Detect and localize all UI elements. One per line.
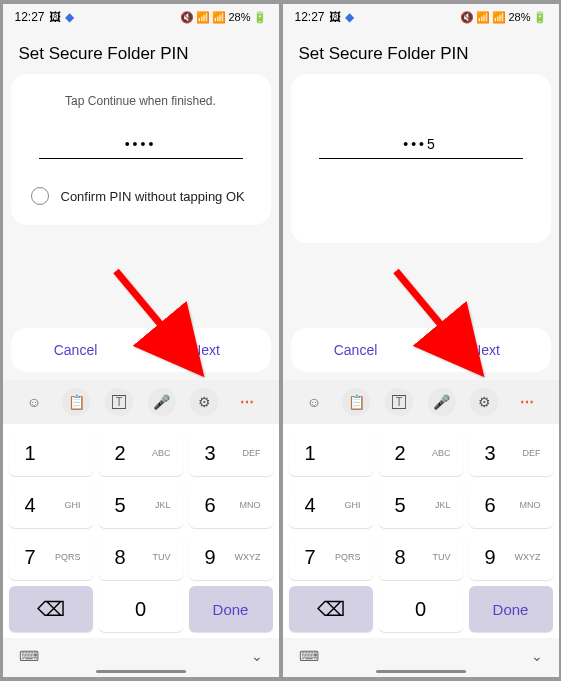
settings-icon[interactable]: ⚙ [470,388,498,416]
status-bar: 12:27 🖼 ◆ 🔇 📶 📶 28% 🔋 [283,4,559,30]
signal-icon: 📶 [212,11,226,24]
bottom-bar: ⌨ ⌄ [3,638,279,670]
more-icon[interactable]: ⋯ [233,388,261,416]
emoji-icon[interactable]: ☺ [300,388,328,416]
key-6[interactable]: 6MNO [189,482,273,528]
key-4[interactable]: 4GHI [289,482,373,528]
keyboard-toolbar: ☺ 📋 🅃 🎤 ⚙ ⋯ [3,380,279,424]
pin-input[interactable]: •••5 [319,136,523,159]
key-9[interactable]: 9WXYZ [469,534,553,580]
wifi-icon: 📶 [196,11,210,24]
cancel-button[interactable]: Cancel [11,328,141,372]
status-time: 12:27 [15,10,45,24]
clipboard-icon[interactable]: 📋 [62,388,90,416]
key-done[interactable]: Done [189,586,273,632]
confirm-checkbox[interactable] [31,187,49,205]
mic-icon[interactable]: 🎤 [428,388,456,416]
key-6[interactable]: 6MNO [469,482,553,528]
settings-icon[interactable]: ⚙ [190,388,218,416]
emoji-icon[interactable]: ☺ [20,388,48,416]
status-bar: 12:27 🖼 ◆ 🔇 📶 📶 28% 🔋 [3,4,279,30]
pin-card: Tap Continue when finished. •••• Confirm… [11,74,271,225]
signal-icon: 📶 [492,11,506,24]
key-backspace[interactable]: ⌫ [289,586,373,632]
key-backspace[interactable]: ⌫ [9,586,93,632]
status-icon-image: 🖼 [329,10,341,24]
key-3[interactable]: 3DEF [469,430,553,476]
screen-left: 12:27 🖼 ◆ 🔇 📶 📶 28% 🔋 Set Secure Folder … [3,4,279,677]
key-2[interactable]: 2ABC [99,430,183,476]
nav-handle[interactable] [96,670,186,673]
key-4[interactable]: 4GHI [9,482,93,528]
next-button[interactable]: Next [421,328,551,372]
numeric-keypad: 1 2ABC 3DEF 4GHI 5JKL 6MNO 7PQRS 8TUV 9W… [283,424,559,638]
page-title: Set Secure Folder PIN [283,30,559,74]
key-5[interactable]: 5JKL [99,482,183,528]
key-8[interactable]: 8TUV [379,534,463,580]
key-2[interactable]: 2ABC [379,430,463,476]
battery-icon: 🔋 [253,11,267,24]
status-icon-app: ◆ [345,10,354,24]
key-8[interactable]: 8TUV [99,534,183,580]
pin-input[interactable]: •••• [39,136,243,159]
key-0[interactable]: 0 [99,586,183,632]
keyboard-switch-icon[interactable]: ⌨ [19,648,39,664]
status-icon-image: 🖼 [49,10,61,24]
nav-handle[interactable] [376,670,466,673]
pin-card: . •••5 [291,74,551,243]
status-time: 12:27 [295,10,325,24]
mic-icon[interactable]: 🎤 [148,388,176,416]
instruction-text: Tap Continue when finished. [23,94,259,108]
key-1[interactable]: 1 [9,430,93,476]
action-buttons: Cancel Next [291,328,551,372]
keyboard-switch-icon[interactable]: ⌨ [299,648,319,664]
mute-icon: 🔇 [180,11,194,24]
clipboard-icon[interactable]: 📋 [342,388,370,416]
key-done[interactable]: Done [469,586,553,632]
mute-icon: 🔇 [460,11,474,24]
wifi-icon: 📶 [476,11,490,24]
collapse-icon[interactable]: ⌄ [531,648,543,664]
battery-text: 28% [228,11,250,23]
more-icon[interactable]: ⋯ [513,388,541,416]
key-9[interactable]: 9WXYZ [189,534,273,580]
key-3[interactable]: 3DEF [189,430,273,476]
text-icon[interactable]: 🅃 [105,388,133,416]
text-icon[interactable]: 🅃 [385,388,413,416]
key-5[interactable]: 5JKL [379,482,463,528]
confirm-checkbox-row[interactable]: Confirm PIN without tapping OK [23,183,259,209]
key-7[interactable]: 7PQRS [289,534,373,580]
page-title: Set Secure Folder PIN [3,30,279,74]
keyboard-toolbar: ☺ 📋 🅃 🎤 ⚙ ⋯ [283,380,559,424]
battery-icon: 🔋 [533,11,547,24]
bottom-bar: ⌨ ⌄ [283,638,559,670]
screen-right: 12:27 🖼 ◆ 🔇 📶 📶 28% 🔋 Set Secure Folder … [283,4,559,677]
confirm-checkbox-label: Confirm PIN without tapping OK [61,189,245,204]
cancel-button[interactable]: Cancel [291,328,421,372]
key-7[interactable]: 7PQRS [9,534,93,580]
key-1[interactable]: 1 [289,430,373,476]
collapse-icon[interactable]: ⌄ [251,648,263,664]
action-buttons: Cancel Next [11,328,271,372]
numeric-keypad: 1 2ABC 3DEF 4GHI 5JKL 6MNO 7PQRS 8TUV 9W… [3,424,279,638]
battery-text: 28% [508,11,530,23]
status-icon-app: ◆ [65,10,74,24]
key-0[interactable]: 0 [379,586,463,632]
next-button[interactable]: Next [141,328,271,372]
